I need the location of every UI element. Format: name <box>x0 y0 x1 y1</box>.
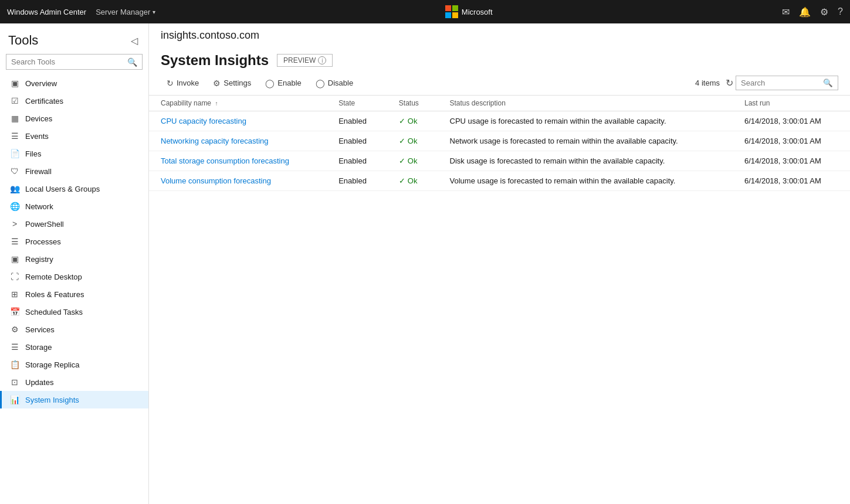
capabilities-table: Capability name ↑ State Status Status de… <box>149 96 850 191</box>
sidebar-item-roles-features[interactable]: ⊞ Roles & Features <box>0 285 148 303</box>
content-area: insights.contoso.com System Insights PRE… <box>149 23 850 504</box>
email-icon[interactable]: ✉ <box>782 6 790 18</box>
capability-link[interactable]: Networking capacity forecasting <box>161 137 269 145</box>
sidebar-item-scheduled-tasks[interactable]: 📅 Scheduled Tasks <box>0 303 148 321</box>
nav-icon-files: 📄 <box>10 149 19 158</box>
sidebar-item-powershell[interactable]: > PowerShell <box>0 215 148 233</box>
settings-label: Settings <box>223 79 251 87</box>
sidebar-item-storage[interactable]: ☰ Storage <box>0 338 148 356</box>
cell-capability-name[interactable]: Total storage consumption forecasting <box>149 151 327 171</box>
col-status-description[interactable]: Status description <box>438 96 733 111</box>
sidebar-item-certificates[interactable]: ☑ Certificates <box>0 92 148 110</box>
page-title: System Insights <box>161 52 269 69</box>
nav-icon-storage-replica: 📋 <box>10 360 19 369</box>
gear-icon[interactable]: ⚙ <box>820 6 828 18</box>
content-header: System Insights PREVIEW i <box>149 42 850 69</box>
nav-label-services: Services <box>25 325 55 334</box>
capability-link[interactable]: Total storage consumption forecasting <box>161 156 289 165</box>
disable-label: Disable <box>328 79 353 87</box>
sidebar-header: Tools ◁ <box>0 23 148 54</box>
nav-icon-events: ☰ <box>10 131 19 141</box>
capability-link[interactable]: Volume consumption forecasting <box>161 176 271 185</box>
cell-capability-name[interactable]: Networking capacity forecasting <box>149 131 327 151</box>
sidebar-item-firewall[interactable]: 🛡 Firewall <box>0 162 148 180</box>
sidebar-item-services[interactable]: ⚙ Services <box>0 321 148 338</box>
table-row: CPU capacity forecasting Enabled ✓Ok CPU… <box>149 111 850 131</box>
cell-status: ✓Ok <box>387 131 438 151</box>
table-row: Volume consumption forecasting Enabled ✓… <box>149 171 850 191</box>
help-icon[interactable]: ? <box>838 6 843 17</box>
nav-label-devices: Devices <box>25 114 52 123</box>
capability-link[interactable]: CPU capacity forecasting <box>161 117 246 125</box>
sidebar-item-events[interactable]: ☰ Events <box>0 127 148 145</box>
table-header: Capability name ↑ State Status Status de… <box>149 96 850 111</box>
table-body: CPU capacity forecasting Enabled ✓Ok CPU… <box>149 111 850 191</box>
sidebar-item-devices[interactable]: ▦ Devices <box>0 110 148 127</box>
enable-button[interactable]: ◯ Enable <box>259 76 307 90</box>
search-tools-input[interactable] <box>6 55 123 69</box>
sidebar-item-local-users[interactable]: 👥 Local Users & Groups <box>0 180 148 197</box>
cell-last-run: 6/14/2018, 3:00:01 AM <box>733 131 850 151</box>
sidebar-item-remote-desktop[interactable]: ⛶ Remote Desktop <box>0 268 148 285</box>
bell-icon[interactable]: 🔔 <box>799 6 811 18</box>
nav-icon-services: ⚙ <box>10 325 19 334</box>
sidebar-collapse-button[interactable]: ◁ <box>128 34 140 47</box>
cell-last-run: 6/14/2018, 3:00:01 AM <box>733 111 850 131</box>
disable-icon: ◯ <box>316 79 325 88</box>
nav-label-processes: Processes <box>25 237 61 246</box>
brand-label: Windows Admin Center <box>7 8 86 16</box>
sidebar-item-storage-replica[interactable]: 📋 Storage Replica <box>0 356 148 373</box>
nav-icon-scheduled-tasks: 📅 <box>10 307 19 316</box>
refresh-button[interactable]: ↻ <box>726 77 733 88</box>
sidebar-item-registry[interactable]: ▣ Registry <box>0 250 148 268</box>
cell-last-run: 6/14/2018, 3:00:01 AM <box>733 171 850 191</box>
info-icon: i <box>318 56 326 64</box>
cell-capability-name[interactable]: Volume consumption forecasting <box>149 171 327 191</box>
cell-status: ✓Ok <box>387 151 438 171</box>
toolbar: ↻ Invoke ⚙ Settings ◯ Enable ◯ Disable 4… <box>149 69 850 96</box>
cell-state: Enabled <box>327 171 387 191</box>
cell-status: ✓Ok <box>387 171 438 191</box>
nav-label-scheduled-tasks: Scheduled Tasks <box>25 308 83 316</box>
sidebar-item-overview[interactable]: ▣ Overview <box>0 74 148 92</box>
sidebar-item-files[interactable]: 📄 Files <box>0 145 148 162</box>
table-search-input[interactable] <box>736 76 818 90</box>
disable-button[interactable]: ◯ Disable <box>310 76 359 90</box>
settings-button[interactable]: ⚙ Settings <box>207 76 257 90</box>
sidebar: Tools ◁ 🔍 ▣ Overview ☑ Certificates ▦ De… <box>0 23 149 504</box>
server-hostname: insights.contoso.com <box>161 29 259 41</box>
preview-badge[interactable]: PREVIEW i <box>277 54 333 67</box>
col-status[interactable]: Status <box>387 96 438 111</box>
table-row: Networking capacity forecasting Enabled … <box>149 131 850 151</box>
col-capability-name[interactable]: Capability name ↑ <box>149 96 327 111</box>
nav-icon-registry: ▣ <box>10 254 19 264</box>
enable-label: Enable <box>277 79 301 87</box>
sort-icon: ↑ <box>215 100 218 107</box>
invoke-icon: ↻ <box>167 79 174 88</box>
server-manager-dropdown[interactable]: Server Manager ▾ <box>96 8 155 16</box>
nav-label-registry: Registry <box>25 255 53 264</box>
sidebar-item-network[interactable]: 🌐 Network <box>0 197 148 215</box>
topbar-actions: ✉ 🔔 ⚙ ? <box>782 6 843 18</box>
nav-icon-network: 🌐 <box>10 202 19 211</box>
sidebar-item-processes[interactable]: ☰ Processes <box>0 233 148 250</box>
nav-label-firewall: Firewall <box>25 167 52 176</box>
cell-capability-name[interactable]: CPU capacity forecasting <box>149 111 327 131</box>
col-state[interactable]: State <box>327 96 387 111</box>
nav-icon-updates: ⊡ <box>10 377 19 387</box>
invoke-button[interactable]: ↻ Invoke <box>161 76 205 90</box>
cell-state: Enabled <box>327 151 387 171</box>
search-tools-button[interactable]: 🔍 <box>123 55 142 69</box>
nav-label-roles-features: Roles & Features <box>25 290 84 299</box>
sidebar-title: Tools <box>8 33 38 48</box>
table-search-button[interactable]: 🔍 <box>818 76 838 90</box>
server-manager-label: Server Manager <box>96 8 150 16</box>
ms-brand-label: Microsoft <box>462 8 493 16</box>
sidebar-search-container: 🔍 <box>6 54 143 70</box>
col-last-run[interactable]: Last run <box>733 96 850 111</box>
enable-icon: ◯ <box>265 79 275 88</box>
items-count: 4 items <box>695 79 720 87</box>
sidebar-item-updates[interactable]: ⊡ Updates <box>0 373 148 391</box>
nav-label-events: Events <box>25 132 49 141</box>
sidebar-item-system-insights[interactable]: 📊 System Insights <box>0 391 148 408</box>
